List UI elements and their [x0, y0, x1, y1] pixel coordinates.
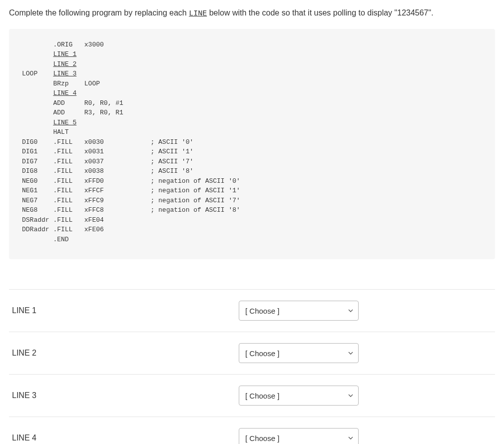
question-suffix: below with the code so that it uses poll… — [207, 8, 433, 17]
answer-select[interactable]: [ Choose ] — [239, 428, 359, 444]
answer-label: LINE 4 — [9, 434, 239, 443]
answer-select[interactable]: [ Choose ] — [239, 386, 359, 406]
answer-row: LINE 1[ Choose ] — [9, 289, 495, 332]
answer-select[interactable]: [ Choose ] — [239, 301, 359, 321]
question-text: Complete the following program by replac… — [9, 7, 495, 20]
answer-row: LINE 3[ Choose ] — [9, 375, 495, 417]
answers-container: LINE 1[ Choose ]LINE 2[ Choose ]LINE 3[ … — [9, 289, 495, 444]
answer-select[interactable]: [ Choose ] — [239, 343, 359, 363]
answer-label: LINE 1 — [9, 306, 239, 315]
code-block: .ORIG x3000 LINE 1 LINE 2 LOOP LINE 3 BR… — [9, 29, 495, 260]
answer-row: LINE 2[ Choose ] — [9, 332, 495, 375]
question-code-word: LINE — [189, 9, 207, 18]
answer-row: LINE 4[ Choose ] — [9, 417, 495, 444]
answer-label: LINE 3 — [9, 391, 239, 400]
answer-label: LINE 2 — [9, 349, 239, 358]
question-prefix: Complete the following program by replac… — [9, 8, 189, 17]
